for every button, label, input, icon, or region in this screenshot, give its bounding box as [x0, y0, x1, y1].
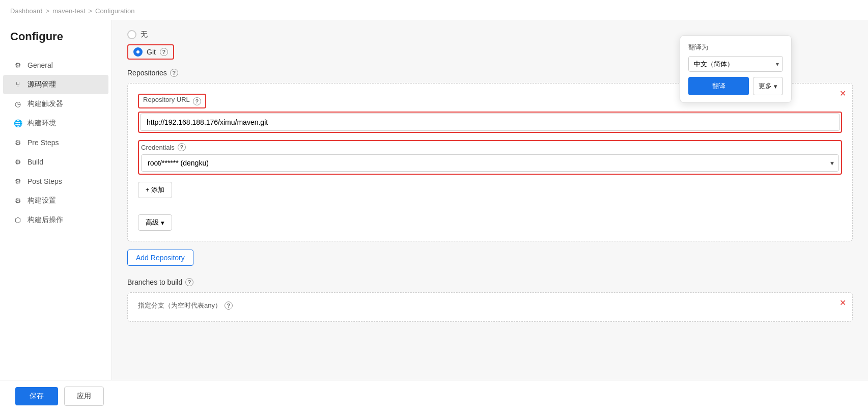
translate-popup: 翻译为 中文（简体） ▾ 翻译 更多 ▾	[680, 35, 792, 103]
gear-icon: ⚙	[13, 157, 22, 167]
branch-specifier-label: 指定分支（为空时代表any） ?	[138, 301, 842, 310]
branches-label: Branches to build ?	[127, 278, 853, 286]
translate-lang-select-wrap: 中文（简体） ▾	[688, 56, 783, 72]
clock-icon: ◷	[13, 99, 22, 108]
sidebar-item-label: Pre Steps	[27, 139, 59, 147]
breadcrumb-dashboard[interactable]: Dashboard	[10, 7, 43, 15]
sidebar-item-label: 构建后操作	[27, 215, 63, 225]
sidebar-item-label: General	[27, 61, 53, 69]
credentials-label: Credentials ?	[141, 143, 839, 151]
main-content: 翻译为 中文（简体） ▾ 翻译 更多 ▾ 无	[112, 20, 868, 409]
breadcrumb-project[interactable]: maven-test	[52, 7, 85, 15]
cube-icon: ⬡	[13, 215, 22, 225]
sidebar-item-label: 构建环境	[27, 119, 56, 128]
bottom-bar: 保存 应用	[0, 380, 868, 412]
sidebar-item-env[interactable]: 🌐 构建环境	[3, 114, 108, 133]
more-button[interactable]: 更多 ▾	[753, 77, 783, 95]
branches-section: Branches to build ? ✕ 指定分支（为空时代表any） ?	[127, 278, 853, 322]
sidebar-item-triggers[interactable]: ◷ 构建触发器	[3, 94, 108, 114]
advanced-button[interactable]: 高级 ▾	[138, 214, 172, 231]
credentials-select[interactable]: root/****** (dengku)	[141, 154, 839, 172]
sidebar-title: Configure	[0, 30, 111, 56]
radio-none-label: 无	[141, 30, 148, 39]
sidebar-item-label: 构建设置	[27, 196, 56, 205]
sidebar-item-poststeps[interactable]: ⚙ Post Steps	[3, 172, 108, 191]
repo-url-help-icon[interactable]: ?	[193, 97, 201, 105]
translate-lang-select[interactable]: 中文（简体）	[688, 56, 783, 72]
sidebar-item-label: 构建触发器	[27, 99, 63, 108]
credentials-select-wrap: root/****** (dengku) ▾	[141, 154, 839, 172]
repository-card: ✕ Repository URL ?	[127, 83, 853, 241]
add-credential-button[interactable]: + 添加	[138, 182, 172, 198]
radio-git-circle	[133, 47, 143, 57]
breadcrumb-current: Configuration	[95, 7, 134, 15]
add-repository-button[interactable]: Add Repository	[127, 250, 193, 266]
close-repo-button[interactable]: ✕	[839, 89, 846, 98]
translate-title: 翻译为	[688, 43, 783, 52]
radio-none-circle	[127, 30, 136, 39]
repo-url-label: Repository URL	[143, 96, 190, 103]
sidebar-item-postbuild[interactable]: ⬡ 构建后操作	[3, 210, 108, 230]
translate-actions: 翻译 更多 ▾	[688, 77, 783, 95]
gear-icon: ⚙	[13, 196, 22, 205]
repo-url-input-wrap	[138, 112, 842, 133]
credentials-help-icon[interactable]: ?	[178, 143, 186, 151]
chevron-down-icon: ▾	[774, 83, 777, 90]
save-button[interactable]: 保存	[15, 387, 58, 405]
translate-button[interactable]: 翻译	[688, 77, 749, 95]
sidebar-item-build[interactable]: ⚙ Build	[3, 152, 108, 172]
sidebar-item-label: Build	[27, 158, 43, 166]
sidebar-item-source[interactable]: ⑂ 源码管理	[3, 75, 108, 94]
sidebar: Configure ⚙ General ⑂ 源码管理 ◷ 构建触发器 🌐 构建环…	[0, 20, 112, 409]
credentials-field: Credentials ? root/****** (dengku) ▾	[138, 140, 842, 175]
branch-specifier-help-icon[interactable]: ?	[225, 301, 233, 310]
apply-button[interactable]: 应用	[64, 387, 104, 406]
breadcrumb: Dashboard > maven-test > Configuration	[0, 0, 868, 20]
close-branch-button[interactable]: ✕	[839, 298, 846, 308]
gear-icon: ⚙	[13, 177, 22, 186]
git-help-icon[interactable]: ?	[160, 48, 168, 56]
branches-help-icon[interactable]: ?	[185, 278, 193, 286]
globe-icon: 🌐	[13, 119, 22, 128]
gear-icon: ⚙	[13, 61, 22, 70]
chevron-down-icon: ▾	[161, 219, 164, 227]
breadcrumb-sep1: >	[46, 7, 50, 15]
branches-card: ✕ 指定分支（为空时代表any） ?	[127, 292, 853, 322]
sidebar-item-presteps[interactable]: ⚙ Pre Steps	[3, 133, 108, 152]
code-branch-icon: ⑂	[13, 80, 22, 89]
repo-url-input[interactable]	[140, 114, 840, 131]
radio-git-label: Git	[147, 48, 156, 56]
sidebar-item-general[interactable]: ⚙ General	[3, 56, 108, 75]
breadcrumb-sep2: >	[89, 7, 93, 15]
repositories-help-icon[interactable]: ?	[170, 69, 178, 77]
gear-icon: ⚙	[13, 138, 22, 147]
sidebar-item-settings[interactable]: ⚙ 构建设置	[3, 191, 108, 210]
sidebar-item-label: Post Steps	[27, 177, 62, 185]
sidebar-item-label: 源码管理	[27, 80, 56, 89]
